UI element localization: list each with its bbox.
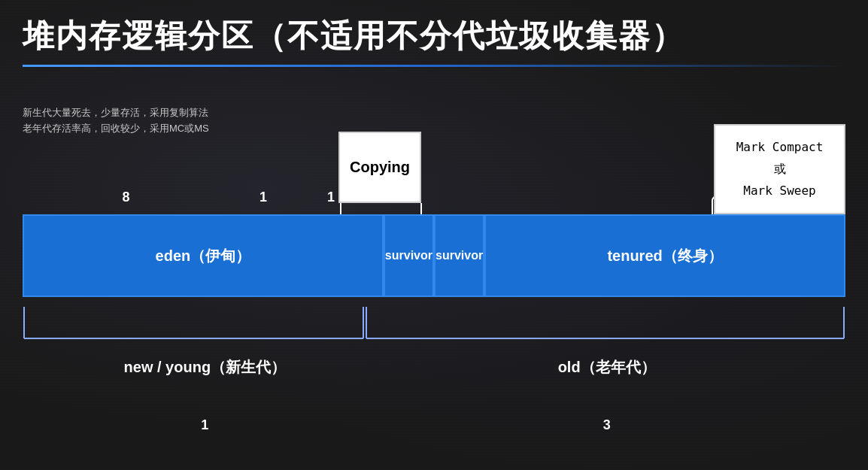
eden-number: 8 xyxy=(23,190,229,205)
eden-label: eden（伊甸） xyxy=(156,246,251,266)
mark-line2: 或 xyxy=(774,159,786,180)
young-label-text: new / young（新生代） xyxy=(124,359,287,375)
mark-line1: Mark Compact xyxy=(736,137,824,159)
annotation-block: 新生代大量死去，少量存活，采用复制算法 老年代存活率高，回收较少，采用MC或MS xyxy=(23,105,209,137)
young-label: new / young（新生代） xyxy=(23,357,387,378)
copying-box: Copying xyxy=(338,132,421,203)
page-title: 堆内存逻辑分区（不适用不分代垃圾收集器） xyxy=(23,15,845,57)
survivor1-number: 1 xyxy=(229,190,297,205)
survivor2-label: survivor xyxy=(436,249,483,262)
mark-line3: Mark Sweep xyxy=(743,180,815,202)
young-ratio-value: 1 xyxy=(201,417,208,432)
survivor2-section: survivor xyxy=(434,214,484,297)
tenured-label: tenured（终身） xyxy=(607,246,722,266)
annotation-line1: 新生代大量死去，少量存活，采用复制算法 xyxy=(23,105,209,121)
page-container: 堆内存逻辑分区（不适用不分代垃圾收集器） 新生代大量死去，少量存活，采用复制算法… xyxy=(0,0,868,470)
mark-box: Mark Compact 或 Mark Sweep xyxy=(714,124,845,214)
survivor1-label: survivor xyxy=(385,249,432,262)
copying-label: Copying xyxy=(350,159,410,176)
title-underline xyxy=(23,65,845,67)
survivor1-section: survivor xyxy=(384,214,434,297)
old-label-text: old（老年代） xyxy=(558,359,656,375)
eden-section: eden（伊甸） xyxy=(23,214,384,297)
young-ratio: 1 xyxy=(23,417,387,433)
tenured-section: tenured（终身） xyxy=(484,214,845,297)
old-label: old（老年代） xyxy=(368,357,845,378)
old-ratio: 3 xyxy=(368,417,845,433)
old-ratio-value: 3 xyxy=(603,417,611,432)
memory-bar: eden（伊甸） survivor survivor tenured（终身） xyxy=(23,214,845,297)
annotation-line2: 老年代存活率高，回收较少，采用MC或MS xyxy=(23,121,209,137)
